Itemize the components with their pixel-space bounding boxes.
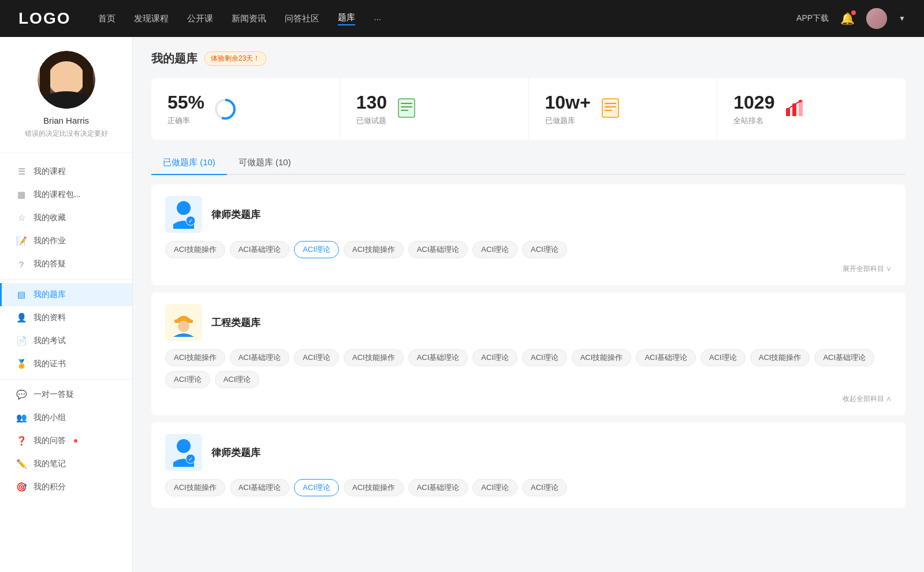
nav-question-bank[interactable]: 题库 bbox=[338, 12, 355, 25]
bank-tag[interactable]: ACI基础理论 bbox=[408, 241, 468, 258]
trial-badge: 体验剩余23天！ bbox=[204, 51, 266, 66]
bank-expand-1[interactable]: 展开全部科目 ∨ bbox=[843, 264, 892, 274]
bank-tag[interactable]: ACI理论 bbox=[472, 479, 517, 496]
main-content: 我的题库 体验剩余23天！ 55% 正确率 bbox=[133, 37, 924, 572]
bank-tag[interactable]: ACI理论 bbox=[294, 241, 339, 258]
bank-title-3: 律师类题库 bbox=[211, 446, 260, 459]
questions-done-icon bbox=[396, 98, 419, 121]
stat-banks-done: 10w+ 已做题库 bbox=[529, 78, 718, 140]
sidebar-item-points[interactable]: 🎯 我的积分 bbox=[0, 476, 132, 499]
svg-point-13 bbox=[799, 99, 802, 102]
bank-tabs: 已做题库 (10) 可做题库 (10) bbox=[151, 151, 906, 175]
nav-more[interactable]: ··· bbox=[374, 14, 381, 24]
qa-icon: ? bbox=[16, 259, 27, 269]
bank-tag[interactable]: ACI理论 bbox=[294, 479, 339, 496]
bank-tag[interactable]: ACI理论 bbox=[472, 241, 517, 258]
bank-tag[interactable]: ACI基础理论 bbox=[636, 349, 696, 366]
bank-tag[interactable]: ACI理论 bbox=[522, 479, 567, 496]
sidebar-item-group[interactable]: 👥 我的小组 bbox=[0, 406, 132, 429]
question-bank-icon: ▤ bbox=[16, 289, 27, 300]
bank-tag[interactable]: ACI技能操作 bbox=[750, 349, 810, 366]
bank-card-2: 工程类题库 ACI技能操作 ACI基础理论 ACI理论 ACI技能操作 ACI基… bbox=[151, 292, 906, 415]
favorites-icon: ☆ bbox=[16, 213, 27, 223]
bank-tag[interactable]: ACI技能操作 bbox=[344, 241, 404, 258]
bank-tag[interactable]: ACI技能操作 bbox=[344, 479, 404, 496]
stat-rank-value: 1029 bbox=[733, 92, 774, 113]
bank-tag[interactable]: ACI技能操作 bbox=[165, 241, 225, 258]
nav-qa[interactable]: 问答社区 bbox=[285, 13, 319, 24]
bank-tag[interactable]: ACI技能操作 bbox=[165, 349, 225, 366]
bank-tag[interactable]: ACI理论 bbox=[522, 241, 567, 258]
sidebar-item-question-bank[interactable]: ▤ 我的题库 bbox=[0, 283, 132, 306]
navbar: LOGO 首页 发现课程 公开课 新闻资讯 问答社区 题库 ··· APP下载 … bbox=[0, 0, 924, 37]
bank-tag[interactable]: ACI基础理论 bbox=[230, 479, 290, 496]
main-layout: Brian Harris 错误的决定比没有决定要好 ☰ 我的课程 ▦ 我的课程包… bbox=[0, 37, 924, 572]
questions-unread-dot bbox=[74, 439, 77, 443]
nav-menu: 首页 发现课程 公开课 新闻资讯 问答社区 题库 ··· bbox=[98, 12, 796, 25]
sidebar-item-one-on-one[interactable]: 💬 一对一答疑 bbox=[0, 383, 132, 406]
sidebar-item-exams[interactable]: 📄 我的考试 bbox=[0, 329, 132, 352]
bank-tag[interactable]: ACI基础理论 bbox=[230, 241, 290, 258]
bank-title-1: 律师类题库 bbox=[211, 208, 260, 221]
svg-rect-6 bbox=[602, 99, 619, 117]
bank-tag[interactable]: ACI理论 bbox=[522, 349, 567, 366]
bank-tag[interactable]: ACI理论 bbox=[472, 349, 517, 366]
sidebar-item-qa[interactable]: ? 我的答疑 bbox=[0, 252, 132, 276]
user-menu-chevron[interactable]: ▼ bbox=[899, 14, 906, 23]
sidebar-item-certificates[interactable]: 🏅 我的证书 bbox=[0, 352, 132, 376]
bank-tag[interactable]: ACI技能操作 bbox=[344, 349, 404, 366]
bank-tags-3: ACI技能操作 ACI基础理论 ACI理论 ACI技能操作 ACI基础理论 AC… bbox=[165, 479, 892, 496]
sidebar-item-homework[interactable]: 📝 我的作业 bbox=[0, 229, 132, 252]
app-download-button[interactable]: APP下载 bbox=[796, 13, 829, 24]
bank-card-1: ✓ 律师类题库 ACI技能操作 ACI基础理论 ACI理论 ACI技能操作 AC… bbox=[151, 184, 906, 285]
stat-accuracy-label: 正确率 bbox=[167, 116, 204, 126]
stat-banks-value: 10w+ bbox=[545, 92, 591, 113]
bank-collapse-2[interactable]: 收起全部科目 ∧ bbox=[843, 394, 892, 404]
nav-home[interactable]: 首页 bbox=[98, 13, 116, 24]
sidebar-item-courses[interactable]: ☰ 我的课程 bbox=[0, 160, 132, 183]
bank-tag[interactable]: ACI理论 bbox=[294, 349, 339, 366]
stat-questions-value: 130 bbox=[356, 92, 387, 113]
my-questions-icon: ❓ bbox=[16, 436, 27, 446]
user-avatar[interactable] bbox=[866, 8, 887, 29]
sidebar-motto: 错误的决定比没有决定要好 bbox=[12, 129, 121, 139]
page-header: 我的题库 体验剩余23天！ bbox=[151, 51, 906, 66]
bank-tag[interactable]: ACI理论 bbox=[215, 371, 260, 388]
bank-tag[interactable]: ACI基础理论 bbox=[814, 349, 874, 366]
sidebar-item-course-packages[interactable]: ▦ 我的课程包... bbox=[0, 183, 132, 206]
sidebar-item-notes[interactable]: ✏️ 我的笔记 bbox=[0, 452, 132, 476]
logo[interactable]: LOGO bbox=[18, 9, 70, 28]
bank-tag[interactable]: ACI基础理论 bbox=[408, 479, 468, 496]
navbar-right: APP下载 🔔 ▼ bbox=[796, 8, 906, 29]
exams-icon: 📄 bbox=[16, 336, 27, 346]
homework-icon: 📝 bbox=[16, 236, 27, 246]
sidebar-item-profile[interactable]: 👤 我的资料 bbox=[0, 306, 132, 329]
stat-questions-done: 130 已做试题 bbox=[340, 78, 529, 140]
notification-bell[interactable]: 🔔 bbox=[840, 12, 855, 25]
notes-icon: ✏️ bbox=[16, 459, 27, 469]
bank-tag[interactable]: ACI基础理论 bbox=[408, 349, 468, 366]
bank-tag[interactable]: ACI理论 bbox=[165, 371, 210, 388]
bank-icon-lawyer-2: ✓ bbox=[165, 434, 202, 471]
bank-title-2: 工程类题库 bbox=[211, 316, 260, 329]
nav-open-course[interactable]: 公开课 bbox=[187, 13, 213, 24]
bank-tag[interactable]: ACI基础理论 bbox=[230, 349, 290, 366]
points-icon: 🎯 bbox=[16, 482, 27, 492]
sidebar-item-favorites[interactable]: ☆ 我的收藏 bbox=[0, 206, 132, 229]
page-title: 我的题库 bbox=[151, 51, 198, 66]
stat-banks-label: 已做题库 bbox=[545, 116, 591, 126]
nav-discover[interactable]: 发现课程 bbox=[134, 13, 169, 24]
bank-icon-lawyer-1: ✓ bbox=[165, 196, 202, 233]
group-icon: 👥 bbox=[16, 413, 27, 423]
bank-tags-2: ACI技能操作 ACI基础理论 ACI理论 ACI技能操作 ACI基础理论 AC… bbox=[165, 349, 892, 388]
stat-rank: 1029 全站排名 bbox=[717, 78, 906, 140]
bank-tag[interactable]: ACI技能操作 bbox=[165, 479, 225, 496]
svg-point-19 bbox=[177, 439, 191, 453]
tab-done-banks[interactable]: 已做题库 (10) bbox=[151, 151, 227, 175]
sidebar-menu: ☰ 我的课程 ▦ 我的课程包... ☆ 我的收藏 📝 我的作业 ? 我的答疑 ▤ bbox=[0, 153, 132, 506]
bank-tag[interactable]: ACI技能操作 bbox=[572, 349, 632, 366]
bank-tag[interactable]: ACI理论 bbox=[701, 349, 746, 366]
nav-news[interactable]: 新闻资讯 bbox=[232, 13, 266, 24]
sidebar-item-my-questions[interactable]: ❓ 我的问答 bbox=[0, 429, 132, 452]
tab-available-banks[interactable]: 可做题库 (10) bbox=[227, 151, 303, 175]
